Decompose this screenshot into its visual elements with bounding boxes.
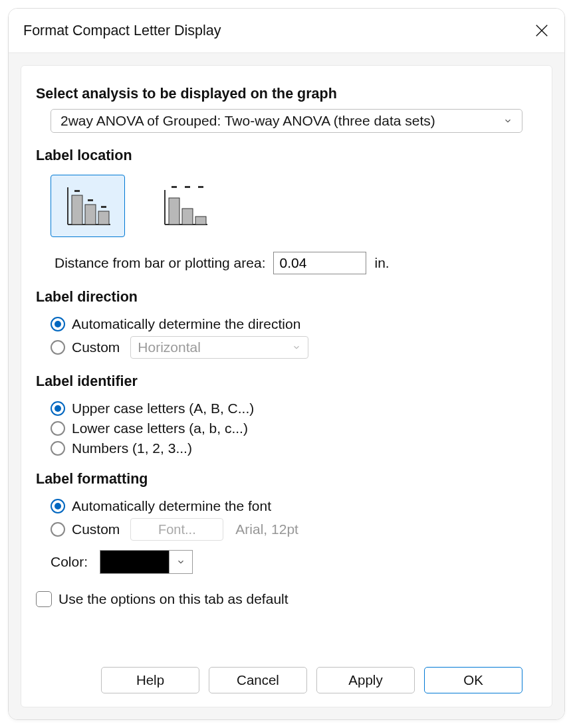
formatting-custom-row: Custom Font... Arial, 12pt [51,518,522,541]
help-button-label: Help [136,672,164,688]
location-options [51,175,522,237]
direction-custom-select[interactable]: Horizontal [130,336,308,359]
identifier-numbers-radio[interactable] [51,441,65,456]
svg-rect-17 [198,186,203,188]
identifier-upper-label: Upper case letters (A, B, C...) [72,401,254,416]
chevron-down-icon [292,343,301,352]
close-icon[interactable] [534,23,550,39]
titlebar: Format Compact Letter Display [9,9,564,52]
formatting-custom-radio[interactable] [51,522,65,537]
svg-rect-4 [72,195,82,225]
svg-rect-15 [172,186,177,188]
identifier-lower-radio[interactable] [51,421,65,436]
dialog-body-background: Select analysis to be displayed on the g… [9,53,564,719]
chevron-down-icon [176,557,185,567]
svg-rect-6 [98,211,109,225]
distance-label: Distance from bar or plotting area: [55,255,265,271]
bar-chart-inside-icon [61,183,114,228]
identifier-numbers-row: Numbers (1, 2, 3...) [51,440,522,456]
ok-button-label: OK [463,672,483,688]
direction-custom-radio[interactable] [51,340,65,355]
analysis-select[interactable]: 2way ANOVA of Grouped: Two-way ANOVA (th… [51,109,522,133]
svg-rect-5 [85,205,96,225]
color-chevron [170,551,192,573]
default-label: Use the options on this tab as default [58,591,288,607]
font-button[interactable]: Font... [130,518,223,541]
apply-button[interactable]: Apply [316,667,415,693]
location-option-inside[interactable] [51,175,125,237]
svg-rect-9 [101,206,106,208]
bar-chart-outside-icon [158,183,211,228]
help-button[interactable]: Help [101,667,199,693]
location-heading: Label location [36,147,522,164]
formatting-custom-label: Custom [72,521,120,537]
svg-rect-12 [169,198,179,225]
identifier-heading: Label identifier [36,373,522,390]
identifier-lower-label: Lower case letters (a, b, c...) [72,420,248,436]
color-label: Color: [51,554,88,570]
identifier-numbers-label: Numbers (1, 2, 3...) [72,440,192,456]
location-option-outside[interactable] [148,175,222,237]
svg-rect-7 [74,190,80,192]
svg-rect-16 [185,186,190,188]
apply-button-label: Apply [348,672,382,688]
distance-row: Distance from bar or plotting area: in. [55,252,522,274]
distance-unit: in. [374,255,389,271]
direction-auto-row: Automatically determine the direction [51,316,522,332]
direction-custom-label: Custom [72,339,120,355]
analysis-heading: Select analysis to be displayed on the g… [36,86,522,102]
direction-auto-label: Automatically determine the direction [72,316,300,332]
cancel-button[interactable]: Cancel [209,667,307,693]
font-button-label: Font... [158,522,196,537]
formatting-auto-row: Automatically determine the font [51,498,522,514]
dialog-panel: Select analysis to be displayed on the g… [21,65,552,707]
identifier-upper-row: Upper case letters (A, B, C...) [51,401,522,416]
direction-custom-value: Horizontal [138,339,201,355]
formatting-heading: Label formatting [36,471,522,488]
default-checkbox[interactable] [36,591,52,607]
direction-heading: Label direction [36,289,522,306]
button-bar: Help Cancel Apply OK [51,650,522,693]
color-row: Color: [51,550,522,574]
chevron-down-icon [503,116,513,126]
dialog-window: Format Compact Letter Display Select ana… [8,8,565,720]
dialog-title: Format Compact Letter Display [23,23,221,39]
ok-button[interactable]: OK [424,667,522,693]
svg-rect-8 [88,199,93,201]
default-row: Use the options on this tab as default [36,591,522,607]
distance-input[interactable] [273,252,366,274]
font-preview: Arial, 12pt [235,521,298,537]
formatting-auto-label: Automatically determine the font [72,498,271,514]
color-swatch [100,551,170,573]
identifier-lower-row: Lower case letters (a, b, c...) [51,420,522,436]
formatting-auto-radio[interactable] [51,499,65,513]
identifier-upper-radio[interactable] [51,401,65,416]
svg-rect-14 [195,217,206,225]
cancel-button-label: Cancel [237,672,279,688]
svg-rect-13 [182,209,193,225]
analysis-select-value: 2way ANOVA of Grouped: Two-way ANOVA (th… [60,113,435,129]
direction-auto-radio[interactable] [51,317,65,331]
direction-custom-row: Custom Horizontal [51,336,522,359]
color-picker[interactable] [100,550,193,574]
